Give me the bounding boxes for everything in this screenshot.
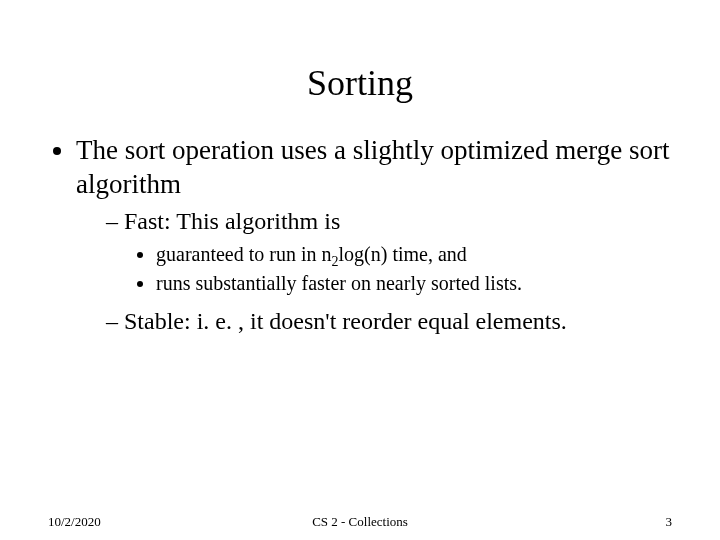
- bullet-list-level2: Fast: This algorithm is guaranteed to ru…: [76, 206, 672, 336]
- footer-page-number: 3: [666, 514, 673, 530]
- footer-center: CS 2 - Collections: [0, 514, 720, 530]
- bullet-text-pre: guaranteed to run in n: [156, 243, 332, 265]
- bullet-text: Stable: i. e. , it doesn't reorder equal…: [124, 308, 567, 334]
- bullet-text: runs substantially faster on nearly sort…: [156, 272, 522, 294]
- list-item: runs substantially faster on nearly sort…: [156, 271, 672, 296]
- slide-body: The sort operation uses a slightly optim…: [0, 134, 720, 336]
- bullet-list-level3: guaranteed to run in n2log(n) time, and …: [106, 242, 672, 296]
- subscript: 2: [332, 254, 339, 269]
- slide: Sorting The sort operation uses a slight…: [0, 0, 720, 540]
- list-item: Stable: i. e. , it doesn't reorder equal…: [106, 306, 672, 336]
- slide-title: Sorting: [0, 0, 720, 134]
- bullet-text: The sort operation uses a slightly optim…: [76, 135, 669, 199]
- list-item: The sort operation uses a slightly optim…: [76, 134, 672, 336]
- list-item: guaranteed to run in n2log(n) time, and: [156, 242, 672, 267]
- list-item: Fast: This algorithm is guaranteed to ru…: [106, 206, 672, 296]
- bullet-list-level1: The sort operation uses a slightly optim…: [48, 134, 672, 336]
- bullet-text-post: log(n) time, and: [339, 243, 467, 265]
- bullet-text: Fast: This algorithm is: [124, 208, 340, 234]
